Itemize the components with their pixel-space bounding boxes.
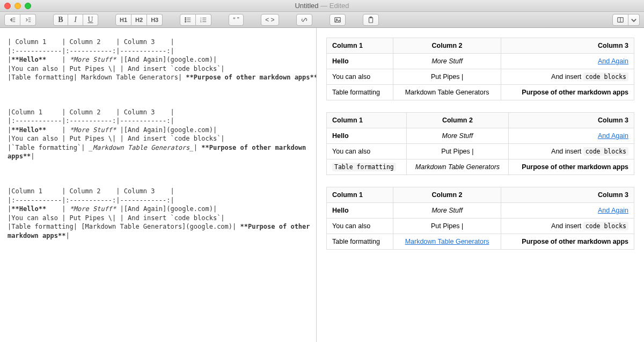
source-block[interactable]: | Column 1 | Column 2 | Column 3 ||:----…: [8, 38, 309, 82]
table-cell-text: You can also: [332, 148, 370, 155]
preview-link[interactable]: And Again: [598, 207, 628, 214]
link-button[interactable]: [296, 14, 312, 26]
underline-button[interactable]: U: [83, 14, 98, 26]
indent-button[interactable]: [20, 14, 36, 26]
bold-button[interactable]: B: [53, 14, 68, 26]
editor-pane[interactable]: | Column 1 | Column 2 | Column 3 ||:----…: [0, 28, 317, 342]
source-line[interactable]: |:------------|:-----------:|-----------…: [8, 196, 309, 205]
source-block[interactable]: |Column 1 | Column 2 | Column 3 ||:-----…: [8, 108, 309, 161]
source-line[interactable]: markdown apps**|: [8, 231, 309, 241]
source-token[interactable]: |: [194, 144, 201, 151]
source-token[interactable]: markdown apps**: [8, 232, 65, 239]
preview-table: Column 1Column 2Column 3HelloMore StuffA…: [326, 187, 634, 250]
source-line[interactable]: |Table formatting| Markdown Table Genera…: [8, 73, 309, 82]
preview-link[interactable]: And Again: [598, 132, 628, 140]
source-token[interactable]: *More Stuff*: [70, 56, 116, 63]
source-token[interactable]: |Table formatting| [Markdown Table Gener…: [8, 223, 240, 230]
source-token[interactable]: **Hello**: [11, 126, 46, 134]
preview-pane: Column 1Column 2Column 3HelloMore StuffA…: [317, 28, 644, 342]
source-line[interactable]: |Column 1 | Column 2 | Column 3 |: [8, 187, 309, 196]
table-cell: Table formatting: [327, 85, 393, 100]
source-token[interactable]: |[And Again](google.com)|: [116, 126, 217, 134]
source-token[interactable]: | Column 1 | Column 2 | Column 3 |: [8, 38, 174, 46]
table-cell-text: Put Pipes |: [441, 148, 473, 155]
source-line[interactable]: |**Hello** | *More Stuff* |[And Again](g…: [8, 126, 309, 135]
source-token[interactable]: |: [46, 126, 69, 134]
source-token[interactable]: |: [31, 152, 34, 160]
source-token[interactable]: |:------------|:-----------:|-----------…: [8, 197, 174, 204]
table-cell: More Stuff: [406, 128, 508, 144]
source-line[interactable]: |:------------|:-----------:|-----------…: [8, 47, 309, 56]
ordered-list-button[interactable]: 123: [196, 14, 211, 26]
source-token[interactable]: |:------------|:-----------:|-----------…: [8, 47, 174, 55]
source-line[interactable]: |:------------|:-----------:|-----------…: [8, 117, 309, 126]
zoom-window-button[interactable]: [25, 3, 31, 9]
source-token[interactable]: |Column 1 | Column 2 | Column 3 |: [8, 187, 174, 195]
svg-point-2: [185, 21, 186, 22]
source-line[interactable]: |`Table formatting`| _Markdown Table Gen…: [8, 143, 309, 152]
close-window-button[interactable]: [4, 3, 11, 9]
source-token[interactable]: |:------------|:-----------:|-----------…: [8, 117, 174, 125]
preview-link[interactable]: And Again: [598, 57, 628, 65]
preview-link[interactable]: Markdown Table Generators: [405, 238, 489, 245]
h1-button[interactable]: H1: [115, 14, 131, 26]
inline-code: code blocks: [583, 72, 628, 81]
source-token[interactable]: apps**: [8, 152, 31, 160]
source-token[interactable]: *More Stuff*: [70, 126, 116, 134]
source-line[interactable]: |**Hello** | *More Stuff* |[And Again](g…: [8, 55, 309, 64]
source-token[interactable]: |You can also | Put Pipes \| | And inser…: [8, 135, 225, 142]
layout-button[interactable]: [612, 14, 628, 26]
source-token[interactable]: **Hello**: [11, 205, 46, 213]
source-token[interactable]: |: [46, 56, 69, 63]
h2-button[interactable]: H2: [131, 14, 147, 26]
outdent-button[interactable]: [4, 14, 20, 26]
source-token[interactable]: |[And Again](google.com)|: [116, 205, 217, 213]
source-token[interactable]: |You can also | Put Pipes \| | And inser…: [8, 214, 225, 222]
indent-group: [4, 14, 36, 26]
blockquote-button[interactable]: “ ”: [229, 14, 244, 26]
source-line[interactable]: |You can also | Put Pipes \| | And inser…: [8, 64, 309, 74]
source-token[interactable]: |: [65, 232, 69, 239]
table-cell-text: Put Pipes |: [431, 73, 463, 81]
table-row: Table formattingMarkdown Table Generator…: [327, 159, 634, 175]
table-cell-text: More Stuff: [431, 57, 463, 65]
source-token[interactable]: |`Table formatting`|: [8, 144, 89, 151]
source-token[interactable]: *More Stuff*: [70, 205, 116, 213]
unordered-list-button[interactable]: [180, 14, 196, 26]
minimize-window-button[interactable]: [14, 3, 21, 9]
source-line[interactable]: |You can also | Put Pipes \| | And inser…: [8, 134, 309, 143]
source-token[interactable]: |You can also | Put Pipes \| | And inser…: [8, 65, 225, 72]
table-cell-text: More Stuff: [431, 207, 463, 214]
table-cell-text: You can also: [332, 222, 370, 230]
code-button[interactable]: < >: [261, 14, 279, 26]
source-token[interactable]: _Markdown Table Generators_: [89, 144, 194, 151]
traffic-lights: [4, 3, 31, 9]
source-line[interactable]: apps**|: [8, 152, 309, 161]
source-line[interactable]: |Column 1 | Column 2 | Column 3 |: [8, 108, 309, 117]
source-token[interactable]: **Purpose of other markdown apps**: [186, 74, 317, 81]
italic-button[interactable]: I: [68, 14, 83, 26]
source-token[interactable]: |[And Again](google.com)|: [116, 56, 217, 63]
source-line[interactable]: | Column 1 | Column 2 | Column 3 |: [8, 38, 309, 47]
table-cell: Put Pipes |: [393, 219, 501, 234]
table-cell: Markdown Table Generators: [393, 85, 501, 100]
source-line[interactable]: |Table formatting| [Markdown Table Gener…: [8, 222, 309, 231]
table-cell: Markdown Table Generators: [393, 234, 501, 250]
source-token[interactable]: **Purpose of other markdown: [201, 144, 306, 151]
layout-dropdown-button[interactable]: [628, 14, 640, 26]
table-header-cell: Column 2: [406, 113, 508, 128]
h3-button[interactable]: H3: [147, 14, 163, 26]
table-cell-text: Table formatting: [332, 238, 380, 245]
source-line[interactable]: |You can also | Put Pipes \| | And inser…: [8, 214, 309, 223]
table-header-cell: Column 2: [393, 187, 501, 203]
source-token[interactable]: |: [46, 205, 69, 213]
source-token[interactable]: |Column 1 | Column 2 | Column 3 |: [8, 108, 174, 116]
source-token[interactable]: **Hello**: [11, 56, 46, 63]
image-button[interactable]: [330, 14, 346, 26]
source-line[interactable]: |**Hello** | *More Stuff* |[And Again](g…: [8, 205, 309, 214]
source-block[interactable]: |Column 1 | Column 2 | Column 3 ||:-----…: [8, 187, 309, 240]
source-token[interactable]: **Purpose of other: [240, 223, 310, 230]
table-row: You can alsoPut Pipes |And insert code b…: [327, 69, 634, 85]
source-token[interactable]: |Table formatting| Markdown Table Genera…: [8, 74, 186, 81]
copy-html-button[interactable]: [363, 14, 379, 26]
